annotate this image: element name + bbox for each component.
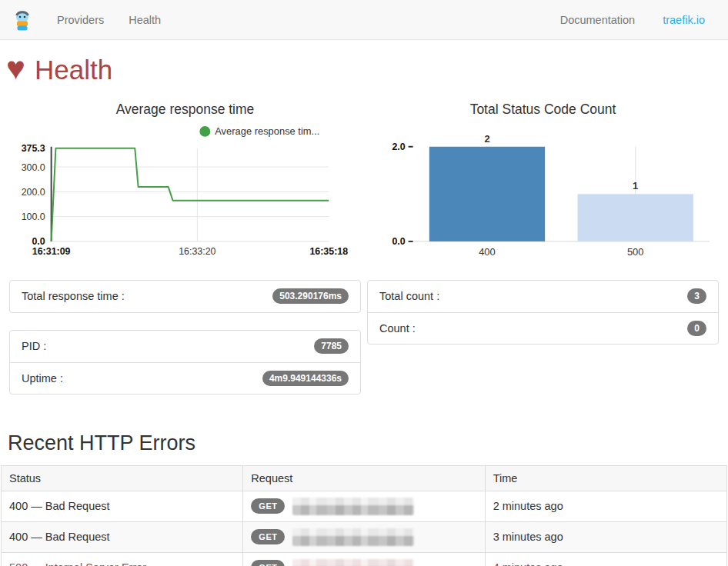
count-row: Count : 0 bbox=[368, 312, 718, 344]
svg-text:16:31:09: 16:31:09 bbox=[32, 246, 71, 257]
count-label: Count : bbox=[379, 322, 416, 335]
pid-row: PID : 7785 bbox=[10, 331, 360, 362]
censored-url bbox=[292, 559, 414, 566]
error-request: GET bbox=[251, 498, 476, 515]
error-request: GET bbox=[251, 559, 476, 566]
svg-text:200.0: 200.0 bbox=[22, 187, 45, 198]
svg-text:500: 500 bbox=[627, 246, 644, 258]
svg-text:2.0: 2.0 bbox=[392, 142, 405, 152]
censored-url bbox=[292, 498, 414, 515]
process-panel: PID : 7785 Uptime : 4m9.949144336s bbox=[9, 330, 361, 395]
status-code-chart-title: Total Status Code Count bbox=[367, 102, 719, 118]
counts-panel: Total count : 3 Count : 0 bbox=[367, 280, 719, 345]
svg-text:1: 1 bbox=[633, 180, 638, 191]
nav-item-documentation[interactable]: Documentation bbox=[560, 14, 636, 26]
error-status: 400 — Bad Request bbox=[2, 491, 243, 521]
error-time: 2 minutes ago bbox=[485, 491, 726, 521]
svg-text:300.0: 300.0 bbox=[22, 162, 45, 173]
total-response-time-badge: 503.290176ms bbox=[272, 288, 349, 304]
nav-item-providers[interactable]: Providers bbox=[57, 14, 104, 26]
nav-item-traefik-io[interactable]: traefik.io bbox=[663, 14, 705, 26]
main-content: ♥ Health Average response time 0.0100.02… bbox=[0, 54, 728, 455]
count-badge: 0 bbox=[687, 321, 706, 336]
total-response-time-label: Total response time : bbox=[22, 290, 125, 302]
column-header-request: Request bbox=[243, 465, 485, 491]
panels-row: Total response time : 503.290176ms PID :… bbox=[6, 280, 722, 411]
nav-item-health[interactable]: Health bbox=[129, 14, 161, 26]
censored-url bbox=[292, 528, 414, 546]
uptime-row: Uptime : 4m9.949144336s bbox=[10, 362, 360, 394]
error-time: 3 minutes ago bbox=[485, 521, 726, 552]
svg-text:100.0: 100.0 bbox=[22, 211, 45, 222]
error-status: 400 — Bad Request bbox=[2, 521, 243, 552]
pid-label: PID : bbox=[22, 340, 46, 352]
errors-table-header-row: Status Request Time bbox=[2, 465, 727, 491]
svg-text:2: 2 bbox=[484, 133, 489, 145]
response-time-chart-panel: Average response time 0.0100.0200.0300.0… bbox=[6, 91, 364, 271]
table-row: 500 — Internal Server Error GET 4 minute… bbox=[2, 552, 727, 566]
total-response-time-row: Total response time : 503.290176ms bbox=[10, 281, 360, 312]
response-time-chart-title: Average response time bbox=[9, 102, 361, 118]
error-request: GET bbox=[251, 528, 476, 546]
total-response-time-panel: Total response time : 503.290176ms bbox=[9, 280, 361, 313]
errors-table: Status Request Time 400 — Bad Request GE… bbox=[1, 465, 727, 566]
page: Providers Health Documentation traefik.i… bbox=[0, 0, 728, 566]
error-status: 500 — Internal Server Error bbox=[2, 552, 243, 566]
status-code-bar-chart: 0.02.024001500 bbox=[367, 118, 719, 271]
error-time: 4 minutes ago bbox=[485, 552, 726, 566]
total-count-label: Total count : bbox=[379, 290, 439, 302]
svg-text:Average response tim...: Average response tim... bbox=[215, 125, 319, 137]
http-method-badge: GET bbox=[251, 560, 285, 566]
svg-text:16:33:20: 16:33:20 bbox=[179, 246, 215, 257]
svg-text:375.3: 375.3 bbox=[22, 143, 45, 154]
total-count-badge: 3 bbox=[687, 288, 706, 304]
response-time-line-chart: 0.0100.0200.0300.0375.316:31:0916:33:201… bbox=[9, 118, 361, 271]
uptime-badge: 4m9.949144336s bbox=[262, 371, 349, 386]
total-count-row: Total count : 3 bbox=[368, 281, 718, 312]
column-header-status: Status bbox=[2, 465, 243, 491]
http-method-badge: GET bbox=[251, 529, 285, 544]
heart-icon: ♥ bbox=[6, 52, 25, 85]
page-title: ♥ Health bbox=[6, 54, 722, 86]
svg-text:400: 400 bbox=[479, 246, 496, 258]
column-header-time: Time bbox=[485, 465, 726, 491]
traefik-logo[interactable] bbox=[12, 8, 32, 32]
pid-badge: 7785 bbox=[314, 338, 349, 354]
uptime-label: Uptime : bbox=[22, 372, 63, 385]
navbar: Providers Health Documentation traefik.i… bbox=[0, 0, 728, 40]
errors-section-title: Recent HTTP Errors bbox=[6, 431, 722, 455]
svg-text:0.0: 0.0 bbox=[392, 236, 405, 247]
navbar-right: Documentation traefik.io bbox=[560, 14, 716, 26]
left-panels-column: Total response time : 503.290176ms PID :… bbox=[6, 280, 364, 411]
http-method-badge: GET bbox=[251, 498, 285, 514]
navbar-left: Providers Health bbox=[12, 8, 161, 32]
traefik-gopher-icon bbox=[12, 8, 32, 32]
status-code-chart-panel: Total Status Code Count 0.02.024001500 bbox=[364, 91, 722, 271]
svg-text:16:35:18: 16:35:18 bbox=[309, 246, 348, 257]
right-panels-column: Total count : 3 Count : 0 bbox=[364, 280, 722, 411]
table-row: 400 — Bad Request GET 2 minutes ago bbox=[2, 491, 727, 521]
table-row: 400 — Bad Request GET 3 minutes ago bbox=[2, 521, 727, 552]
page-title-text: Health bbox=[35, 55, 112, 85]
charts-row: Average response time 0.0100.0200.0300.0… bbox=[6, 91, 722, 271]
